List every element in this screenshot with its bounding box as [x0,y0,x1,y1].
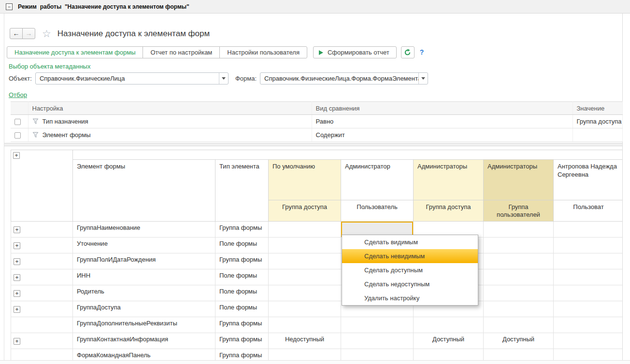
object-dropdown-icon[interactable] [219,73,228,84]
grid-access-cell[interactable] [341,317,414,333]
expand-all-icon[interactable]: + [13,152,20,159]
grid-element-name-cell[interactable]: ГруппаДополнительныеРеквизиты [73,317,215,333]
grid-access-cell[interactable] [269,238,341,253]
grid-access-cell[interactable] [484,317,554,333]
filter-comparison-cell[interactable]: Содержит [312,128,573,142]
filter-checkbox[interactable] [14,119,21,125]
grid-element-name-cell[interactable]: ФормаКоманднаяПанель [73,349,215,361]
splitter-bar[interactable] [4,143,622,146]
expand-row-icon[interactable]: + [14,242,20,249]
grid-element-name-cell[interactable]: Уточнение [73,238,215,253]
grid-header-administrator: Администратор [341,160,414,200]
metadata-row: Объект: Справочник.ФизическиеЛица Форма:… [9,72,428,84]
grid-access-cell[interactable] [269,222,341,238]
menu-item-make-unavailable[interactable]: Сделать недоступным [342,277,478,291]
menu-item-delete-setting[interactable]: Удалить настройку [342,291,478,305]
grid-access-cell[interactable] [554,333,623,349]
filter-checkbox[interactable] [14,132,21,139]
grid-access-cell[interactable] [269,301,341,317]
grid-element-name-cell[interactable]: ГруппаПолИДатаРождения [73,253,215,269]
grid-tree-cell: + [11,333,73,349]
grid-access-cell[interactable] [484,285,554,301]
grid-access-cell[interactable] [484,269,554,285]
filter-row[interactable]: Тип назначения Равно Группа доступа [11,115,622,128]
filter-value-cell[interactable]: Группа доступа [573,115,622,128]
grid-access-cell[interactable] [341,349,414,361]
filter-header-checkbox-col [11,102,28,115]
tab-user-settings[interactable]: Настройки пользователя [219,46,307,58]
grid-access-cell[interactable] [269,285,341,301]
forward-button[interactable]: → [22,28,35,39]
grid-element-name-cell[interactable]: ГруппаНаименование [73,222,215,238]
favorite-star-icon[interactable]: ☆ [42,29,51,39]
grid-element-type-cell[interactable]: Группа формы [215,333,269,349]
grid-access-cell[interactable] [414,349,484,361]
form-combobox[interactable]: Справочник.ФизическиеЛица.Форма.ФормаЭле… [260,72,428,84]
help-icon[interactable]: ? [420,46,424,58]
filter-header-setting: Настройка [28,102,312,115]
form-value: Справочник.ФизическиеЛица.Форма.ФормаЭле… [260,75,418,82]
expand-row-icon[interactable]: + [14,258,20,265]
filter-value-cell[interactable] [573,128,622,142]
grid-access-cell[interactable] [484,238,554,253]
grid-access-cell[interactable] [484,349,554,361]
grid-access-cell[interactable] [554,317,623,333]
grid-access-cell[interactable] [484,301,554,317]
grid-header-administrators-2: Администраторы [484,160,554,200]
status-available[interactable]: Доступный [484,333,554,349]
grid-access-cell[interactable] [554,285,623,301]
grid-access-cell[interactable] [269,253,341,269]
grid-access-cell[interactable] [484,222,554,238]
grid-access-cell[interactable] [554,238,623,253]
grid-element-type-cell[interactable]: Группа формы [215,222,269,238]
expand-row-icon[interactable]: + [14,306,20,313]
filter-link[interactable]: Отбор [9,91,27,98]
object-label: Объект: [9,75,32,82]
grid-element-name-cell[interactable]: ГруппаКонтактнаяИнформация [73,333,215,349]
grid-element-name-cell[interactable]: ИНН [73,269,215,285]
filter-table: Настройка Вид сравнения Значение Тип наз… [11,101,623,142]
grid-element-type-cell[interactable]: Поле формы [215,301,269,317]
grid-access-cell[interactable] [484,253,554,269]
grid-element-type-cell[interactable]: Поле формы [215,238,269,253]
menu-item-make-available[interactable]: Сделать доступным [342,263,478,277]
grid-access-cell[interactable] [554,269,623,285]
grid-access-cell[interactable] [269,317,341,333]
object-combobox[interactable]: Справочник.ФизическиеЛица [35,72,229,84]
grid-access-cell[interactable] [341,333,414,349]
filter-setting-cell[interactable]: Тип назначения [28,115,312,128]
filter-comparison-cell[interactable]: Равно [312,115,573,128]
status-available[interactable]: Доступный [414,333,484,349]
grid-element-type-cell[interactable]: Поле формы [215,285,269,301]
grid-element-type-cell[interactable]: Группа формы [215,349,269,361]
form-dropdown-icon[interactable] [418,73,428,84]
grid-element-name-cell[interactable]: ГруппаДоступа [73,301,215,317]
grid-element-type-cell[interactable]: Группа формы [215,253,269,269]
tab-access-assignment[interactable]: Назначение доступа к элементам формы [7,46,143,58]
tab-settings-report[interactable]: Отчет по настройкам [143,46,220,58]
grid-access-cell[interactable] [554,301,623,317]
generate-report-button[interactable]: Сформировать отчет [313,46,397,58]
refresh-button[interactable] [401,46,415,58]
status-unavailable[interactable]: Недоступный [269,333,341,349]
grid-access-cell[interactable] [269,349,341,361]
expand-row-icon[interactable]: + [14,274,20,281]
grid-element-type-cell[interactable]: Группа формы [215,317,269,333]
expand-row-icon[interactable]: + [14,290,20,297]
grid-header-element: Элемент формы [73,160,215,222]
grid-element-name-cell[interactable]: Родитель [73,285,215,301]
filter-row[interactable]: Элемент формы Содержит [11,128,622,142]
expand-row-icon[interactable]: + [14,338,20,345]
collapse-icon[interactable]: − [6,3,13,10]
filter-setting-cell[interactable]: Элемент формы [28,128,312,142]
grid-access-cell[interactable] [554,349,623,361]
grid-element-type-cell[interactable]: Поле формы [215,269,269,285]
grid-access-cell[interactable] [269,269,341,285]
menu-item-make-invisible[interactable]: Сделать невидимым [342,249,478,263]
grid-access-cell[interactable] [554,222,623,238]
expand-row-icon[interactable]: + [14,226,20,233]
grid-access-cell[interactable] [414,317,484,333]
back-button[interactable]: ← [10,28,23,39]
grid-access-cell[interactable] [554,253,623,269]
menu-item-make-visible[interactable]: Сделать видимым [342,235,478,249]
